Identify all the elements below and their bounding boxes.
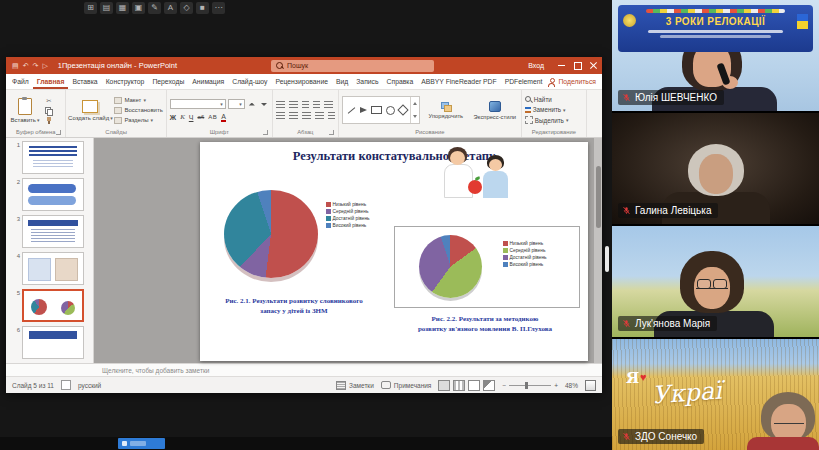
tab-слайд-шоу[interactable]: Слайд-шоу — [228, 74, 271, 89]
reading-view-icon[interactable] — [468, 380, 480, 391]
image-icon[interactable]: ▣ — [132, 2, 145, 14]
decrease-font-icon[interactable] — [259, 99, 269, 109]
zoom-slider[interactable] — [509, 385, 551, 386]
apps-icon[interactable]: ⊞ — [84, 2, 97, 14]
document-icon[interactable]: ▤ — [100, 2, 113, 14]
new-slide-button[interactable]: Создать слайд▾ — [69, 100, 111, 121]
tab-файл[interactable]: Файл — [8, 74, 33, 89]
spellcheck-icon[interactable] — [61, 380, 71, 390]
more-tools-icon[interactable]: ⋯ — [212, 2, 225, 14]
underline-button[interactable]: Ч — [189, 113, 194, 122]
shape-tool-icon[interactable]: ◇ — [180, 2, 193, 14]
arrange-button[interactable]: Упорядочить — [423, 102, 469, 119]
tab-abbyy-finereader-pdf[interactable]: ABBYY FineReader PDF — [417, 74, 500, 89]
comments-toggle[interactable]: Примечания — [381, 381, 432, 389]
thumbnail-preview[interactable] — [22, 252, 84, 285]
redo-icon[interactable]: ↷ — [33, 57, 39, 74]
divider-scrollbar[interactable] — [605, 246, 609, 272]
dialog-launcher-icon[interactable] — [329, 130, 334, 135]
slide-thumbnail-4[interactable]: 4 — [12, 252, 93, 285]
video-tile-3[interactable]: Лук'янова Марія — [612, 226, 819, 339]
tab-справка[interactable]: Справка — [383, 74, 418, 89]
slide-sorter-view-icon[interactable] — [453, 380, 465, 391]
bullets-icon[interactable] — [276, 101, 285, 109]
reset-button[interactable]: Восстановить — [114, 107, 162, 114]
line-shape-icon[interactable] — [348, 107, 356, 114]
slide-thumbnail-5-active[interactable]: 5 — [12, 289, 93, 322]
strikethrough-button[interactable]: аб — [197, 113, 204, 122]
decrease-indent-icon[interactable] — [302, 101, 309, 109]
section-button[interactable]: Разделы▾ — [114, 117, 162, 124]
slide-thumbnail-2[interactable]: 2 — [12, 178, 93, 211]
cut-icon[interactable]: ✂ — [44, 97, 54, 104]
slide-thumbnail-6[interactable]: 6 — [12, 326, 93, 359]
format-painter-icon[interactable] — [44, 117, 54, 124]
start-slideshow-icon[interactable]: ▷ — [42, 57, 47, 74]
align-right-icon[interactable] — [302, 112, 311, 120]
justify-icon[interactable] — [315, 112, 324, 120]
dialog-launcher-icon[interactable] — [56, 130, 61, 135]
vertical-scrollbar[interactable] — [594, 138, 602, 363]
align-center-icon[interactable] — [289, 112, 298, 120]
video-tile-4[interactable]: Я ♥ Украї ЗДО Сонечко — [612, 339, 819, 450]
minimize-icon[interactable] — [554, 57, 570, 74]
line-spacing-icon[interactable] — [324, 101, 333, 109]
restore-icon[interactable] — [570, 57, 586, 74]
zoom-level[interactable]: 48% — [565, 382, 578, 389]
zoom-slider-thumb[interactable] — [525, 382, 528, 389]
tab-pdfelement[interactable]: PDFelement — [501, 74, 547, 89]
slide-thumbnail-1[interactable]: 1 — [12, 141, 93, 174]
thumbnail-preview[interactable] — [22, 178, 84, 211]
tab-запись[interactable]: Запись — [352, 74, 382, 89]
language-indicator[interactable]: русский — [78, 382, 101, 389]
taskbar-active-app[interactable] — [118, 438, 165, 449]
thumbnail-preview[interactable] — [22, 215, 84, 248]
diamond-shape-icon[interactable] — [397, 104, 408, 115]
tab-вид[interactable]: Вид — [332, 74, 352, 89]
font-family-select[interactable]: ▾ — [170, 99, 226, 109]
video-tile-1[interactable]: 3 РОКИ РЕЛОКАЦІЇ Юлія ШЕВЧЕНКО — [612, 0, 819, 113]
slideshow-view-icon[interactable] — [483, 380, 495, 391]
notes-toggle[interactable]: Заметки — [336, 381, 374, 390]
notes-pane[interactable]: Щелкните, чтобы добавить заметки — [6, 363, 602, 376]
zoom-in-button[interactable]: + — [554, 382, 558, 389]
rectangle-shape-icon[interactable] — [371, 106, 382, 114]
columns-icon[interactable] — [328, 112, 335, 120]
text-tool-icon[interactable]: A — [164, 2, 177, 14]
replace-button[interactable]: Заменить▾ — [525, 106, 566, 113]
thumbnail-preview[interactable] — [22, 326, 84, 359]
pen-icon[interactable]: ✎ — [148, 2, 161, 14]
signin-button[interactable]: Вход — [528, 62, 544, 69]
align-left-icon[interactable] — [276, 112, 285, 120]
slide-thumbnail-3[interactable]: 3 — [12, 215, 93, 248]
thumbnail-preview[interactable] — [22, 141, 84, 174]
video-tile-2[interactable]: Галина Левіцька — [612, 113, 819, 226]
tab-главная[interactable]: Главная — [33, 74, 69, 89]
scroll-down-icon[interactable] — [413, 115, 417, 118]
shapes-scroll[interactable] — [410, 97, 419, 123]
italic-button[interactable]: К — [180, 113, 185, 122]
close-icon[interactable] — [586, 57, 602, 74]
share-button[interactable]: Поделиться — [548, 74, 602, 89]
undo-icon[interactable]: ↶ — [23, 57, 29, 74]
font-color-button[interactable]: А — [221, 113, 226, 122]
increase-indent-icon[interactable] — [313, 101, 320, 109]
tab-переходы[interactable]: Переходы — [148, 74, 188, 89]
fit-to-window-icon[interactable] — [585, 380, 596, 391]
tab-рецензирование[interactable]: Рецензирование — [271, 74, 331, 89]
dialog-launcher-icon[interactable] — [263, 130, 268, 135]
search-box[interactable]: Пошук — [271, 60, 434, 72]
zoom-out-button[interactable]: − — [502, 382, 506, 389]
thumbnail-preview[interactable] — [22, 289, 84, 322]
numbering-icon[interactable] — [289, 101, 298, 109]
shapes-gallery[interactable] — [342, 96, 420, 124]
current-slide[interactable]: Результати констатувального етапу Низьки… — [200, 142, 588, 361]
character-spacing-button[interactable]: АВ — [208, 113, 217, 122]
arrow-shape-icon[interactable] — [360, 107, 367, 113]
select-button[interactable]: Выделить▾ — [525, 116, 569, 124]
quick-styles-button[interactable]: Экспресс-стили — [472, 101, 518, 120]
tab-конструктор[interactable]: Конструктор — [102, 74, 149, 89]
grid-icon[interactable]: ▦ — [116, 2, 129, 14]
tab-анимация[interactable]: Анимация — [188, 74, 228, 89]
paste-button[interactable]: Вставить▾ — [9, 98, 41, 123]
